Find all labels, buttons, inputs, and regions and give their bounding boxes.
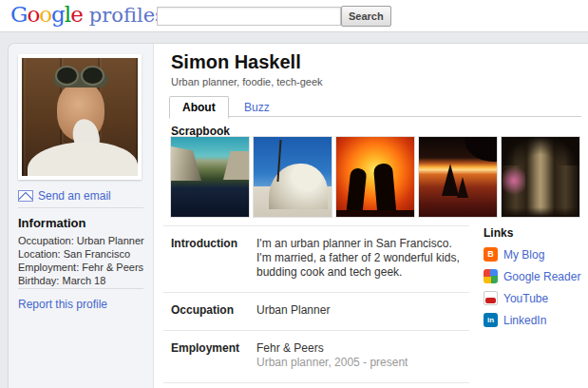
photo-crowd-band (336, 210, 414, 217)
photo-cliff (171, 146, 201, 181)
google-profiles-logo[interactable]: Googleprofiles (10, 2, 165, 27)
logo-letter: G (10, 2, 27, 27)
link-youtube[interactable]: YouTube (484, 291, 588, 305)
link-label[interactable]: YouTube (503, 292, 548, 305)
info-occupation: Occupation: Urban Planner (18, 234, 144, 247)
photo-tree-silhouette (442, 164, 459, 196)
sidebar-divider (18, 288, 143, 289)
send-email-label[interactable]: Send an email (38, 189, 111, 203)
info-location: Location: San Francisco (18, 247, 144, 261)
google-reader-icon (484, 269, 498, 283)
photo-white-shirt (28, 142, 138, 176)
photo-cliff (223, 151, 249, 180)
info-birthday: Birthday: March 18 (18, 274, 144, 287)
page: Googleprofiles Search Send a (0, 0, 588, 388)
section-occupation: Occupation Urban Planner (163, 292, 469, 330)
links-heading: Links (484, 226, 588, 240)
scrapbook-photo-sunset[interactable] (419, 137, 497, 217)
search-button[interactable]: Search (341, 6, 391, 27)
logo-letter: e (70, 2, 83, 27)
link-google-reader[interactable]: Google Reader (484, 269, 588, 283)
report-profile-link[interactable]: Report this profile (18, 298, 107, 311)
about-sections: Introduction I'm an urban planner in San… (163, 225, 469, 388)
employer-name: Fehr & Peers (256, 341, 469, 356)
profile-name: Simon Haskell (171, 51, 301, 73)
sidebar-divider (18, 207, 143, 208)
profile-photo[interactable] (22, 58, 138, 176)
information-heading: Information (18, 216, 86, 230)
photo-singer-silhouette (347, 167, 368, 213)
profile-card: Send an email Information Occupation: Ur… (8, 43, 588, 388)
info-employment: Employment: Fehr & Peers (18, 261, 144, 274)
blogger-icon: B (484, 247, 498, 262)
photo-goggle-lens (81, 66, 104, 86)
employment-detail: Urban planner, 2005 - present (256, 356, 469, 370)
link-label[interactable]: My Blog (503, 248, 544, 262)
send-email-link[interactable]: Send an email (18, 189, 111, 203)
profile-photo-frame (18, 54, 142, 180)
section-label: Occupation (171, 303, 256, 318)
photo-goggle-lens (55, 66, 79, 86)
logo-letter: g (51, 2, 65, 27)
photo-stained-glass-glow (503, 164, 525, 198)
occupation-text: Urban Planner (256, 303, 469, 318)
links-section: Links B My Blog Google Reader YouTube in… (484, 226, 588, 327)
logo-product-name: profiles (89, 4, 165, 27)
section-introduction: Introduction I'm an urban planner in San… (163, 225, 469, 292)
link-label[interactable]: LinkedIn (503, 314, 546, 327)
envelope-icon (18, 190, 33, 202)
tab-bar: About Buzz (169, 95, 581, 117)
link-my-blog[interactable]: B My Blog (484, 247, 588, 262)
photo-tree-silhouette (457, 177, 468, 198)
scrapbook-photo-cathedral[interactable] (502, 137, 579, 217)
section-education: Education University of California, Berk… (163, 382, 469, 388)
section-label: Employment (171, 341, 256, 370)
scrapbook-photo-yosemite-valley[interactable] (171, 137, 249, 217)
link-linkedin[interactable]: in LinkedIn (484, 313, 588, 327)
photo-arch-shadow (502, 137, 579, 165)
scrapbook-photo-concert[interactable] (336, 137, 414, 217)
link-label[interactable]: Google Reader (503, 270, 580, 283)
header: Googleprofiles Search (0, 0, 588, 32)
profile-tagline: Urban planner, foodie, tech-geek (171, 76, 323, 87)
logo-letter: o (39, 2, 51, 27)
sidebar: Send an email Information Occupation: Ur… (9, 44, 154, 388)
section-label: Introduction (171, 237, 256, 280)
photo-singer-silhouette (373, 163, 396, 213)
section-employment: Employment Fehr & Peers Urban planner, 2… (163, 330, 469, 382)
photo-floor-shadow (502, 207, 579, 217)
tab-about[interactable]: About (169, 96, 229, 119)
youtube-icon (484, 291, 498, 305)
scrapbook-heading: Scrapbook (171, 125, 230, 138)
linkedin-icon: in (484, 313, 498, 327)
photo-dark-cloud (465, 137, 497, 162)
introduction-text: I'm an urban planner in San Francisco. I… (256, 237, 469, 280)
logo-letter: o (27, 2, 39, 27)
search-input[interactable] (157, 7, 341, 26)
main-content: Simon Haskell Urban planner, foodie, tec… (154, 44, 588, 388)
scrapbook-photos (171, 137, 579, 217)
tab-buzz[interactable]: Buzz (232, 97, 282, 118)
scrapbook-photo-half-dome[interactable] (254, 137, 332, 217)
